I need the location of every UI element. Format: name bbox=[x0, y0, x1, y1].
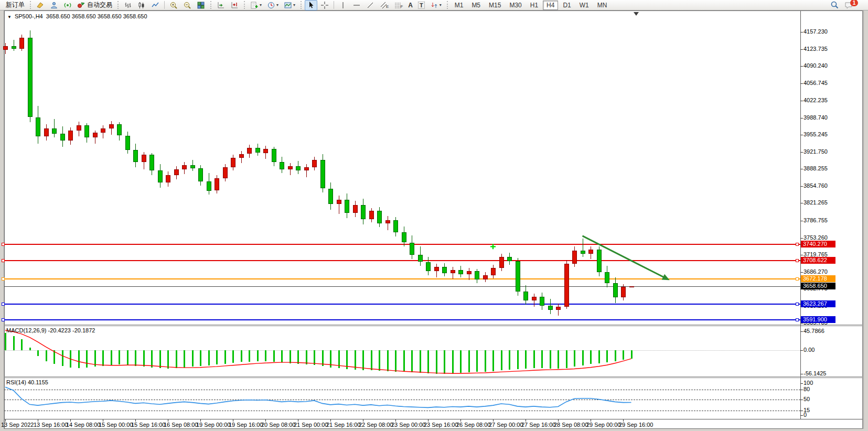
timeframe-m30[interactable]: M30 bbox=[506, 1, 525, 10]
zoom-out-icon bbox=[183, 1, 191, 9]
template-icon bbox=[284, 1, 292, 9]
signal-icon bbox=[63, 1, 72, 9]
arrows-icon bbox=[430, 1, 438, 9]
vertical-line-button[interactable] bbox=[337, 0, 349, 10]
toolbar-handle bbox=[301, 1, 302, 9]
cursor-icon bbox=[307, 1, 315, 9]
text-tool-button[interactable]: A bbox=[406, 0, 415, 10]
chat-button[interactable]: 1 bbox=[842, 0, 863, 10]
bar-chart-icon bbox=[124, 1, 132, 9]
bar-chart-button[interactable] bbox=[122, 0, 134, 10]
line-chart-button[interactable] bbox=[149, 0, 162, 10]
chart-shift-marker[interactable] bbox=[634, 12, 639, 16]
chevron-down-icon: ▾ bbox=[293, 3, 295, 7]
candlestick-chart-button[interactable] bbox=[135, 0, 148, 10]
auto-trading-button[interactable]: 自动交易 bbox=[75, 0, 114, 10]
templates-button[interactable]: ▾ bbox=[282, 0, 297, 10]
horizontal-line-button[interactable] bbox=[350, 0, 363, 10]
clock-icon bbox=[267, 1, 275, 9]
chart-window[interactable] bbox=[4, 10, 863, 429]
window-left-border bbox=[0, 10, 4, 431]
toolbar-separator bbox=[334, 1, 334, 9]
timeframe-w1[interactable]: W1 bbox=[576, 1, 593, 10]
window-bottom-border bbox=[0, 429, 868, 431]
search-icon bbox=[830, 1, 839, 9]
text-tool-icon: A bbox=[408, 2, 413, 9]
pane-splitter[interactable] bbox=[4, 325, 863, 325]
chart-shift-icon bbox=[230, 1, 239, 9]
search-button[interactable] bbox=[828, 0, 841, 10]
chat-badge: 1 bbox=[850, 0, 858, 6]
pane-splitter[interactable] bbox=[4, 326, 863, 326]
zoom-in-button[interactable] bbox=[167, 0, 180, 10]
signals-button[interactable] bbox=[61, 0, 74, 10]
toolbar-separator bbox=[164, 1, 165, 9]
rsi-indicator-label: RSI(14) 40.1155 bbox=[6, 379, 48, 385]
vertical-line-icon bbox=[339, 1, 347, 9]
timeframe-m5[interactable]: M5 bbox=[468, 1, 484, 10]
ohlc-quote-label: 3658.650 3658.650 3658.650 3658.650 bbox=[46, 13, 147, 19]
timeframe-m15[interactable]: M15 bbox=[485, 1, 505, 10]
new-order-label: 新订单 bbox=[6, 1, 25, 9]
timeframe-group: M1M5M15M30H1H4D1W1MN bbox=[451, 2, 612, 9]
toolbar-handle bbox=[244, 1, 245, 9]
trendline-button[interactable] bbox=[364, 0, 377, 10]
chevron-down-icon: ▾ bbox=[260, 3, 262, 7]
macd-indicator-label: MACD(12,26,9) -20.4223 -20.1872 bbox=[6, 327, 95, 333]
rsi-value: 40.1155 bbox=[28, 379, 48, 385]
new-order-button[interactable]: 新订单 bbox=[2, 0, 27, 10]
timeframe-mn[interactable]: MN bbox=[594, 1, 611, 10]
line-chart-icon bbox=[151, 1, 159, 9]
channel-letter: E bbox=[386, 4, 389, 9]
indicators-button[interactable]: ▾ bbox=[248, 0, 264, 10]
timeframe-h4[interactable]: H4 bbox=[543, 1, 558, 10]
tile-windows-button[interactable] bbox=[195, 0, 207, 10]
macd-name: MACD(12,26,9) bbox=[6, 327, 46, 333]
text-label-button[interactable]: T bbox=[416, 0, 427, 10]
symbol-dropdown-icon[interactable]: ▼ bbox=[7, 15, 12, 19]
arrows-button[interactable]: ▾ bbox=[428, 0, 444, 10]
horizontal-line-icon bbox=[352, 1, 361, 9]
toolbar: 新订单 自动交易 ▾ ▾ ▾ E F A T ▾ M1M5M15M30H1H4D… bbox=[0, 0, 868, 10]
auto-trading-label: 自动交易 bbox=[87, 1, 112, 9]
zoom-out-button[interactable] bbox=[181, 0, 194, 10]
symbol-period-label: SP500-,H4 bbox=[15, 13, 43, 19]
pane-splitter[interactable] bbox=[4, 378, 863, 378]
crosshair-button[interactable] bbox=[318, 0, 331, 10]
rsi-name: RSI(14) bbox=[6, 379, 26, 385]
chart-shift-button[interactable] bbox=[228, 0, 241, 10]
candlestick-chart-icon bbox=[137, 1, 146, 9]
toolbar-handle bbox=[447, 1, 448, 9]
auto-trading-icon bbox=[77, 1, 85, 9]
profile-icon bbox=[50, 1, 58, 9]
price-axis-line bbox=[800, 11, 801, 419]
chart-title: ▼SP500-,H4 3658.650 3658.650 3658.650 36… bbox=[7, 13, 147, 19]
styler-button[interactable] bbox=[34, 0, 47, 10]
timeframe-d1[interactable]: D1 bbox=[559, 1, 574, 10]
cursor-button[interactable] bbox=[305, 0, 317, 10]
community-button[interactable] bbox=[48, 0, 60, 10]
chevron-down-icon: ▾ bbox=[440, 3, 442, 7]
text-label-icon: T bbox=[418, 2, 425, 9]
auto-scroll-icon bbox=[217, 1, 225, 9]
periods-button[interactable]: ▾ bbox=[265, 0, 281, 10]
tile-windows-icon bbox=[197, 1, 205, 9]
time-axis-line bbox=[4, 419, 863, 419]
timeframe-h1[interactable]: H1 bbox=[527, 1, 542, 10]
indicators-icon bbox=[250, 1, 259, 9]
fibonacci-button[interactable]: F bbox=[392, 0, 405, 10]
fibonacci-letter: F bbox=[400, 4, 403, 9]
window-right-border bbox=[863, 10, 868, 431]
equidistant-channel-button[interactable]: E bbox=[378, 0, 391, 10]
pane-splitter[interactable] bbox=[4, 376, 863, 377]
toolbar-handle bbox=[30, 1, 31, 9]
toolbar-right: 1 bbox=[828, 0, 864, 10]
macd-values: -20.4223 -20.1872 bbox=[48, 327, 95, 333]
zoom-in-icon bbox=[169, 1, 178, 9]
auto-scroll-button[interactable] bbox=[215, 0, 227, 10]
chevron-down-icon: ▾ bbox=[276, 3, 278, 7]
toolbar-handle bbox=[210, 1, 211, 9]
brush-icon bbox=[36, 1, 45, 9]
timeframe-m1[interactable]: M1 bbox=[451, 1, 467, 10]
crosshair-icon bbox=[320, 1, 329, 9]
